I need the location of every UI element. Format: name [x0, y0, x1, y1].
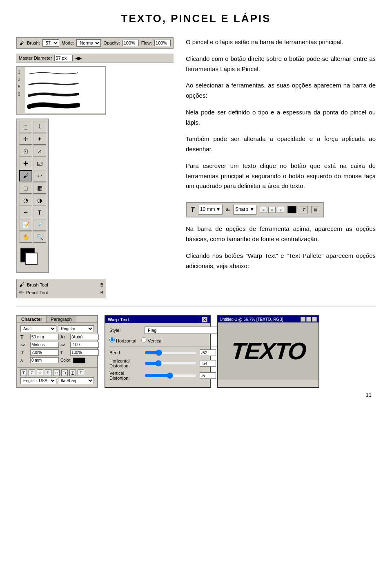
align-center-btn[interactable]: ≡	[268, 207, 276, 213]
preview-title: Untitled-1 @ 66,7% [TEXTO, RGB]	[220, 317, 283, 322]
brush-sizes-list: 1 3 5 9	[17, 67, 25, 113]
tool-lasso[interactable]: ⌇	[33, 121, 46, 132]
tool-crop[interactable]: ⊡	[19, 145, 32, 157]
master-diameter-input[interactable]	[54, 55, 73, 61]
pencil-tool-label: Pencil Tool	[26, 290, 48, 295]
warp-dialog-close-btn[interactable]: ✕	[202, 317, 207, 322]
brush-shortcut: B	[100, 282, 103, 287]
flow-label: Flow:	[141, 40, 152, 45]
tool-move[interactable]: ✛	[19, 133, 32, 145]
pencil-tool-menu-item[interactable]: ✏ Pencil Tool B	[19, 289, 103, 296]
warp-dialog-titlebar: Warp Text ✕	[105, 316, 210, 323]
tool-gradient[interactable]: ▦	[33, 182, 46, 194]
brush-stroke-2	[27, 79, 104, 87]
bend-slider[interactable]	[145, 349, 197, 356]
smallcaps-btn[interactable]: Tₜ	[45, 369, 51, 376]
language-row: English: USA 8a Sharp	[20, 377, 94, 384]
toolbar-row-4: ✚ 🖃	[18, 158, 47, 169]
text-size-control[interactable]: 10 mm ▼	[198, 205, 223, 215]
preview-close-btn[interactable]: ✕	[312, 317, 317, 322]
align-right-btn[interactable]: ≡	[277, 207, 284, 213]
tool-brush[interactable]: 🖌	[19, 170, 32, 181]
horizontal-radio-label[interactable]: Horizontal	[109, 337, 136, 343]
kerning-input[interactable]	[30, 342, 59, 348]
tool-eyedropper[interactable]: 💉	[33, 219, 46, 231]
toolbar-row-9: ✋ 🔍	[18, 231, 47, 243]
tracking-row: AV AV	[20, 342, 94, 348]
preview-maximize-btn[interactable]: □	[306, 317, 311, 322]
text-size-value: 10 mm	[200, 206, 215, 214]
text-color-swatch[interactable]	[287, 206, 296, 213]
font-size-row: T A↕	[20, 334, 94, 340]
tool-stamp[interactable]: 🖃	[33, 158, 46, 169]
tool-eraser[interactable]: ◻	[19, 182, 32, 194]
flow-input[interactable]	[154, 40, 171, 46]
paragraph-tab[interactable]: Paragraph	[47, 316, 76, 322]
tool-history-brush[interactable]: ↩	[33, 170, 46, 181]
tool-hand[interactable]: ✋	[19, 231, 32, 243]
mode-dropdown[interactable]: Normal	[76, 39, 101, 47]
tracking-icon: AV	[60, 343, 69, 347]
brush-options-bar: 🖌 Brush: 57 Mode: Normal Opacity: Flow:	[16, 37, 174, 49]
opacity-input[interactable]	[122, 40, 139, 46]
baseline-row: A↑ Color:	[20, 357, 94, 363]
tool-pen[interactable]: ✒	[19, 207, 32, 218]
baseline-input[interactable]	[30, 357, 59, 363]
para2: Clicando com o botão direito sobre o bot…	[186, 54, 376, 74]
toolbar-row-5: ◻ ▦	[18, 182, 47, 194]
bold-btn[interactable]: T	[20, 369, 27, 376]
super-btn[interactable]: T¹	[53, 369, 60, 376]
tool-type[interactable]: T	[33, 207, 46, 218]
tool-slice[interactable]: ⊿	[33, 145, 46, 157]
brush-size-dropdown[interactable]: 57	[42, 39, 59, 47]
size-icon: T	[20, 334, 29, 340]
hscale-input[interactable]	[70, 349, 99, 356]
allcaps-btn[interactable]: TT	[37, 369, 43, 376]
vdist-slider[interactable]	[145, 372, 197, 379]
top-section: 🖌 Brush: 57 Mode: Normal Opacity: Flow: …	[16, 37, 376, 298]
color-label: Color:	[60, 358, 71, 363]
background-color[interactable]	[25, 253, 38, 265]
horizontal-radio[interactable]	[109, 337, 115, 342]
vertical-radio[interactable]	[141, 337, 147, 342]
tool-annotation[interactable]: 📝	[19, 219, 32, 231]
text-sharp-dropdown[interactable]: Sharp ▼	[233, 205, 256, 215]
hdist-slider[interactable]	[145, 360, 197, 367]
color-swatch-row	[18, 245, 47, 271]
strikethrough-btn[interactable]: T	[78, 369, 84, 376]
font-size-input[interactable]	[30, 334, 59, 340]
font-style-dropdown[interactable]: Regular	[58, 325, 94, 332]
toolbar-row-8: 📝 💉	[18, 219, 47, 231]
preview-minimize-btn[interactable]: _	[301, 317, 305, 322]
bend-input[interactable]	[200, 349, 216, 356]
align-left-btn[interactable]: ≡	[260, 207, 267, 213]
tool-heal[interactable]: ✚	[19, 158, 32, 169]
tool-zoom[interactable]: 🔍	[33, 231, 46, 243]
style-dropdown[interactable]: Flag	[145, 327, 223, 334]
leading-input[interactable]	[70, 334, 99, 340]
tracking-input[interactable]	[70, 342, 99, 348]
language-dropdown[interactable]: English: USA	[20, 377, 56, 384]
antialiasing-dropdown[interactable]: 8a Sharp	[58, 377, 94, 384]
italic-btn[interactable]: T	[29, 369, 35, 376]
brush-tool-menu-item[interactable]: 🖌 Brush Tool B	[19, 281, 103, 289]
font-family-dropdown[interactable]: Arial	[20, 325, 56, 332]
text-color-preview[interactable]	[73, 358, 85, 363]
warp-text-btn[interactable]: T	[300, 206, 308, 213]
vertical-radio-label[interactable]: Vertical	[141, 337, 163, 343]
hscale-icon: T	[60, 351, 69, 355]
tool-magic-wand[interactable]: ✦	[33, 133, 46, 145]
tool-marquee[interactable]: ⬚	[19, 121, 32, 132]
tool-blur[interactable]: ◔	[19, 195, 32, 206]
kerning-icon: AV	[20, 343, 29, 347]
character-tab[interactable]: Character	[17, 316, 47, 322]
hdist-input[interactable]	[200, 360, 216, 367]
vdist-input[interactable]	[200, 372, 216, 379]
vscale-input[interactable]	[30, 349, 59, 356]
brush-tool-label: Brush Tool	[27, 282, 48, 287]
underline-btn[interactable]: T	[69, 369, 76, 376]
text-palette-btn[interactable]: ▤	[311, 206, 319, 213]
para5: Também pode ser alterada a opacidade e a…	[186, 134, 376, 154]
tool-dodge[interactable]: ◑	[33, 195, 46, 206]
sub-btn[interactable]: T₁	[61, 369, 68, 376]
